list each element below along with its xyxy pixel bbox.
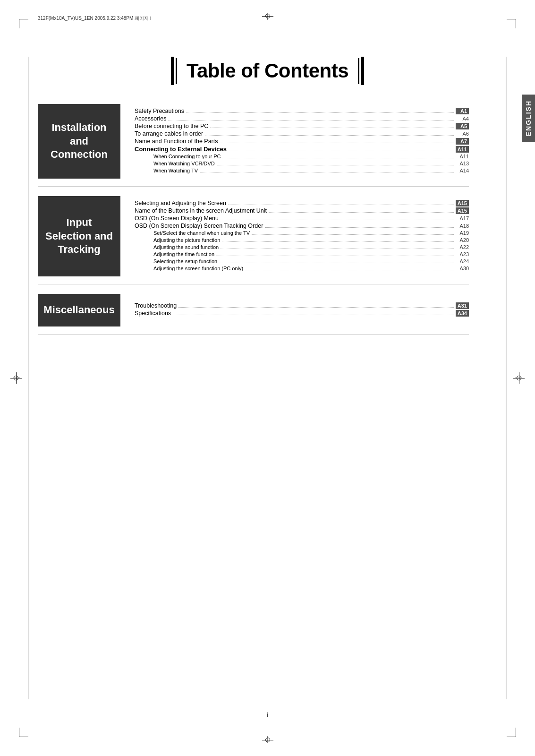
toc-entry: Name and Function of the PartsA7 [135, 138, 469, 145]
toc-label: When Connecting to your PC [144, 154, 221, 159]
toc-page: A20 [456, 237, 469, 243]
crosshair-bottom [262, 734, 273, 746]
toc-entry: OSD (On Screen Display) Screen Tracking … [135, 223, 469, 229]
toc-entry: AccessoriesA4 [135, 115, 469, 122]
toc-page: A18 [456, 223, 469, 229]
title-section: Table of Contents [38, 57, 497, 85]
toc-entry: SpecificationsA34 [135, 310, 469, 317]
toc-label: Adjusting the sound function [144, 244, 219, 250]
title-bar-2 [176, 58, 177, 84]
side-bar-left [28, 57, 29, 699]
title-bar-1 [171, 57, 174, 85]
section-row-miscellaneous: MiscellaneousTroubleshootingA31Specifica… [38, 294, 469, 335]
page-number: i [267, 712, 268, 718]
toc-label: Selecting and Adjusting the Screen [135, 200, 226, 206]
toc-dots [245, 270, 454, 270]
toc-label: To arrange cables in order [135, 130, 203, 137]
toc-entry: Adjusting the picture functionA20 [135, 237, 469, 243]
toc-label: Selecting the setup function [144, 258, 217, 264]
toc-page: A17 [456, 215, 469, 221]
toc-page: A4 [456, 116, 469, 121]
toc-page: A7 [456, 138, 469, 145]
toc-dots [221, 220, 454, 220]
corner-mark-br [507, 728, 516, 737]
toc-label: OSD (On Screen Display) Menu [135, 215, 219, 222]
toc-page: A22 [456, 244, 469, 250]
toc-entry: Before connecting to the PCA5 [135, 123, 469, 129]
toc-page: A15 [456, 200, 469, 206]
toc-page: A23 [456, 251, 469, 257]
toc-entry: Name of the Buttons in the screen Adjust… [135, 207, 469, 214]
title-bars-left [171, 57, 177, 85]
toc-label: Name and Function of the Parts [135, 138, 218, 145]
toc-label: OSD (On Screen Display) Screen Tracking … [135, 223, 263, 229]
toc-entry: Safety PrecautionsA1 [135, 108, 469, 114]
toc-dots [200, 172, 454, 172]
toc-page: A14 [456, 168, 469, 173]
toc-label: Troubleshooting [135, 302, 177, 309]
toc-page: A15 [456, 207, 469, 214]
print-header: 312F(Mx10A_TV)US_1EN 2005.9.22 3:48PM 페이… [38, 15, 497, 22]
toc-dots [186, 112, 454, 113]
section-row-input-selection-tracking: Input Selection and TrackingSelecting an… [38, 196, 469, 284]
toc-entry: Connecting to External DevicesA11 [135, 146, 469, 153]
title-bars-right [358, 57, 364, 85]
section-content-input-selection-tracking: Selecting and Adjusting the ScreenA15Nam… [135, 196, 469, 276]
toc-dots [221, 249, 454, 249]
toc-entry: TroubleshootingA31 [135, 302, 469, 309]
toc-dots [217, 165, 454, 165]
english-tab: ENGLISH [522, 94, 535, 142]
category-title-miscellaneous: Miscellaneous [43, 303, 114, 317]
toc-page: A11 [456, 154, 469, 159]
toc-dots [168, 120, 454, 120]
toc-dots [173, 315, 454, 315]
crosshair-left [10, 372, 22, 384]
toc-entry: When Watching TVA14 [135, 168, 469, 174]
side-bar-right [506, 57, 507, 699]
toc-entry: OSD (On Screen Display) MenuA17 [135, 215, 469, 222]
toc-entry: Set/Select the channel when using the TV… [135, 230, 469, 236]
section-content-miscellaneous: TroubleshootingA31SpecificationsA34 [135, 294, 469, 326]
category-box-input-selection-tracking: Input Selection and Tracking [38, 196, 120, 276]
toc-entry: Adjusting the sound functionA22 [135, 244, 469, 250]
toc-label: Specifications [135, 310, 171, 317]
corner-mark-tl [19, 19, 28, 28]
toc-label: Connecting to External Devices [135, 146, 227, 153]
toc-label: Before connecting to the PC [135, 123, 208, 129]
category-box-miscellaneous: Miscellaneous [38, 294, 120, 326]
toc-entry: When Watching VCR/DVDA13 [135, 161, 469, 167]
toc-entry: Adjusting the time functionA23 [135, 251, 469, 258]
toc-entry: To arrange cables in orderA6 [135, 130, 469, 137]
toc-label: When Watching VCR/DVD [144, 161, 215, 166]
toc-page: A5 [456, 123, 469, 129]
toc-label: Name of the Buttons in the screen Adjust… [135, 207, 267, 214]
toc-label: Adjusting the picture function [144, 237, 220, 243]
sections-wrapper: Installation and ConnectionSafety Precau… [38, 104, 469, 335]
category-box-installation-connection: Installation and Connection [38, 104, 120, 179]
toc-entry: Selecting the setup functionA24 [135, 258, 469, 265]
category-title-installation-connection: Installation and Connection [45, 121, 113, 162]
toc-page: A31 [456, 302, 469, 309]
corner-mark-bl [19, 728, 28, 737]
toc-page: A6 [456, 131, 469, 137]
toc-label: Adjusting the screen function (PC only) [144, 266, 243, 271]
toc-dots [222, 158, 454, 158]
title-bar-4 [361, 57, 364, 85]
toc-dots [229, 151, 454, 151]
toc-label: Safety Precautions [135, 108, 184, 114]
toc-page: A11 [456, 146, 469, 153]
print-info: 312F(Mx10A_TV)US_1EN 2005.9.22 3:48PM 페이… [38, 15, 151, 22]
toc-dots [216, 256, 454, 256]
corner-mark-tr [507, 19, 516, 28]
page-title: Table of Contents [181, 60, 354, 82]
toc-dots [252, 234, 454, 235]
section-row-installation-connection: Installation and ConnectionSafety Precau… [38, 104, 469, 187]
toc-page: A34 [456, 310, 469, 317]
toc-dots [220, 143, 454, 143]
toc-page: A1 [456, 108, 469, 114]
toc-dots [228, 205, 454, 205]
toc-dots [178, 307, 454, 308]
toc-label: When Watching TV [144, 168, 198, 173]
toc-entry: Adjusting the screen function (PC only)A… [135, 266, 469, 272]
toc-label: Set/Select the channel when using the TV [144, 230, 250, 236]
